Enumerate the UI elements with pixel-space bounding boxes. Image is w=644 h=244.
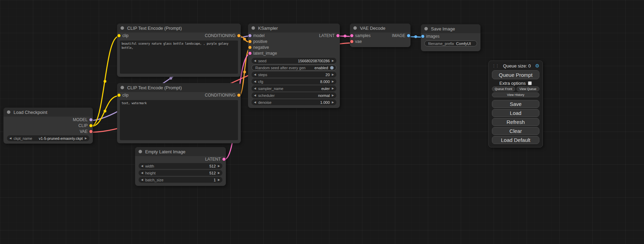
slot-latent-output[interactable] (222, 157, 226, 161)
increment-arrow-icon[interactable]: ▶ (332, 94, 334, 97)
node-title: Save Image (431, 26, 455, 31)
slot-clip-input[interactable] (117, 93, 121, 97)
collapse-dot-icon[interactable] (353, 26, 357, 30)
filename-prefix-widget[interactable]: filename_prefix ComfyUI (424, 40, 477, 46)
slot-conditioning-output[interactable] (237, 93, 240, 97)
collapse-dot-icon[interactable] (424, 27, 428, 30)
decrement-arrow-icon[interactable]: ◀ (254, 73, 256, 76)
clear-button[interactable]: Clear (492, 127, 539, 135)
extra-options-checkbox[interactable] (528, 81, 532, 85)
wire-midpoint-dot (243, 38, 246, 40)
steps-widget[interactable]: ◀ steps 20 ▶ (252, 72, 336, 78)
node-title: CLIP Text Encode (Prompt) (127, 26, 182, 31)
slot-image-output[interactable] (407, 34, 410, 37)
queue-prompt-button[interactable]: Queue Prompt (492, 70, 539, 79)
settings-gear-icon[interactable]: ⚙ (535, 63, 539, 68)
batch-size-widget[interactable]: ◀ batch_size 1 ▶ (139, 177, 222, 183)
slot-clip-input[interactable] (117, 34, 121, 37)
increment-arrow-icon[interactable]: ▶ (85, 137, 87, 140)
increment-arrow-icon[interactable]: ▶ (332, 73, 334, 76)
width-widget[interactable]: ◀ width 512 ▶ (139, 163, 222, 169)
prompt-textarea[interactable]: text, watermark (120, 100, 238, 140)
increment-arrow-icon[interactable]: ▶ (332, 60, 334, 62)
cfg-widget[interactable]: ◀ cfg 8.000 ▶ (252, 79, 336, 84)
decrement-arrow-icon[interactable]: ◀ (141, 165, 143, 168)
node-ksampler[interactable]: KSampler model LATENT positive negative … (248, 24, 340, 108)
node-title: Load Checkpoint (14, 110, 47, 115)
view-history-button[interactable]: View History (492, 92, 539, 97)
collapse-dot-icon[interactable] (252, 26, 255, 30)
prompt-textarea[interactable]: beautiful scenery nature glass bottle la… (120, 40, 238, 74)
node-graph-canvas[interactable]: Load Checkpoint MODEL CLIP VAE ◀ ckpt_na… (0, 0, 644, 244)
denoise-widget[interactable]: ◀ denoise 1.000 ▶ (252, 99, 336, 105)
sampler-name-widget[interactable]: ◀ sampler_name euler ▶ (252, 85, 336, 91)
slot-row: CLIP (3, 123, 93, 128)
collapse-dot-icon[interactable] (7, 110, 10, 114)
node-clip-text-encode-negative[interactable]: CLIP Text Encode (Prompt) clip CONDITION… (117, 83, 241, 143)
slot-samples-input[interactable] (350, 34, 353, 37)
ckpt-name-widget[interactable]: ◀ ckpt_name v1-5-pruned-emaonly.ckpt ▶ (7, 135, 89, 141)
slot-row: latent_image (248, 50, 340, 56)
seed-widget[interactable]: ◀ seed 156680208700286 ▶ (252, 58, 336, 64)
slot-row: samples IMAGE (350, 33, 411, 38)
slot-negative-input[interactable] (248, 46, 252, 49)
widget-value: 512 (209, 164, 215, 168)
collapse-dot-icon[interactable] (139, 150, 142, 153)
queue-front-button[interactable]: Queue Front (492, 87, 515, 91)
decrement-arrow-icon[interactable]: ◀ (141, 172, 143, 174)
slot-model-input[interactable] (248, 34, 252, 37)
random-seed-toggle-widget[interactable]: Random seed after every gen enabled (252, 65, 336, 71)
node-title-bar[interactable]: Load Checkpoint (3, 108, 93, 117)
increment-arrow-icon[interactable]: ▶ (218, 179, 220, 181)
increment-arrow-icon[interactable]: ▶ (332, 80, 334, 83)
decrement-arrow-icon[interactable]: ◀ (141, 179, 143, 181)
scheduler-widget[interactable]: ◀ scheduler normal ▶ (252, 92, 336, 98)
increment-arrow-icon[interactable]: ▶ (332, 87, 334, 90)
slot-latent-image-input[interactable] (248, 52, 252, 55)
view-queue-button[interactable]: View Queue (517, 87, 540, 91)
slot-row: positive (248, 38, 340, 44)
decrement-arrow-icon[interactable]: ◀ (254, 87, 256, 90)
decrement-arrow-icon[interactable]: ◀ (254, 94, 256, 97)
save-button[interactable]: Save (492, 100, 539, 108)
increment-arrow-icon[interactable]: ▶ (332, 101, 334, 104)
slot-model-output[interactable] (89, 118, 92, 121)
slot-vae-output[interactable] (89, 130, 92, 133)
slot-vae-input[interactable] (350, 40, 353, 43)
slot-row: negative (248, 44, 340, 50)
load-button[interactable]: Load (492, 109, 539, 117)
drag-handle-icon[interactable]: ⋮⋮ (492, 64, 499, 68)
widget-label: scheduler (258, 93, 275, 98)
slot-label: CLIP (78, 123, 88, 128)
increment-arrow-icon[interactable]: ▶ (218, 165, 220, 168)
decrement-arrow-icon[interactable]: ◀ (254, 60, 256, 62)
slot-row: vae (350, 38, 411, 44)
node-title-bar[interactable]: Save Image (421, 24, 480, 33)
slot-clip-output[interactable] (89, 124, 92, 127)
slot-positive-input[interactable] (248, 40, 252, 43)
node-load-checkpoint[interactable]: Load Checkpoint MODEL CLIP VAE ◀ ckpt_na… (3, 108, 93, 144)
node-title-bar[interactable]: CLIP Text Encode (Prompt) (117, 83, 241, 92)
slot-latent-output[interactable] (336, 34, 339, 37)
refresh-button[interactable]: Refresh (492, 118, 539, 126)
decrement-arrow-icon[interactable]: ◀ (9, 137, 11, 140)
node-title-bar[interactable]: KSampler (248, 24, 340, 33)
node-clip-text-encode-positive[interactable]: CLIP Text Encode (Prompt) clip CONDITION… (117, 24, 241, 77)
node-save-image[interactable]: Save Image images filename_prefix ComfyU… (421, 24, 480, 51)
height-widget[interactable]: ◀ height 512 ▶ (139, 170, 222, 176)
toggle-on-indicator[interactable] (330, 66, 334, 70)
increment-arrow-icon[interactable]: ▶ (218, 172, 220, 174)
load-default-button[interactable]: Load Default (492, 136, 539, 144)
node-vae-decode[interactable]: VAE Decode samples IMAGE vae (350, 24, 411, 47)
collapse-dot-icon[interactable] (121, 26, 124, 30)
slot-images-input[interactable] (421, 35, 424, 38)
decrement-arrow-icon[interactable]: ◀ (254, 80, 256, 83)
node-title-bar[interactable]: CLIP Text Encode (Prompt) (117, 24, 241, 33)
slot-conditioning-output[interactable] (237, 34, 240, 37)
node-empty-latent-image[interactable]: Empty Latent Image LATENT ◀ width 512 ▶ … (135, 147, 226, 186)
collapse-dot-icon[interactable] (121, 86, 124, 89)
decrement-arrow-icon[interactable]: ◀ (254, 101, 256, 104)
slot-label: LATENT (205, 157, 221, 162)
node-title-bar[interactable]: Empty Latent Image (135, 147, 226, 156)
node-title-bar[interactable]: VAE Decode (350, 24, 411, 33)
